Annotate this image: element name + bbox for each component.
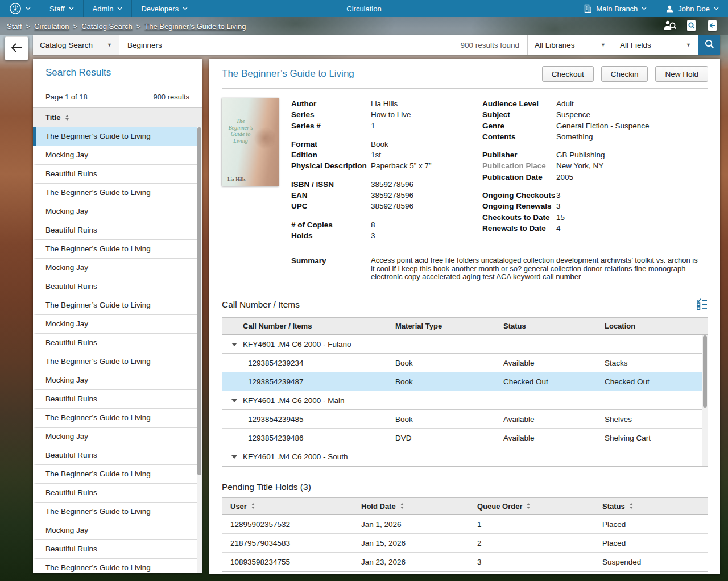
expand-icon[interactable] xyxy=(231,399,237,402)
checkin-icon[interactable] xyxy=(707,19,719,34)
search-result-item[interactable]: Beautiful Ruins xyxy=(33,165,202,184)
checkout-button[interactable]: Checkout xyxy=(542,66,594,82)
detail-row: PublisherGB Publishing xyxy=(482,150,708,160)
back-button[interactable] xyxy=(5,36,28,60)
detail-row: Checkouts to Date15 xyxy=(482,212,708,223)
column-header[interactable]: Hold Date xyxy=(353,502,469,511)
app-logo-menu[interactable] xyxy=(0,0,40,17)
call-number-group-row[interactable]: KFY4601 .M4 C6 2000 - Fulano xyxy=(222,335,708,354)
detail-label: Renewals to Date xyxy=(482,223,556,234)
item-row[interactable]: 1293854239234BookAvailableStacks xyxy=(222,354,708,372)
column-header[interactable]: Status xyxy=(483,322,584,330)
search-result-item[interactable]: Mocking Jay xyxy=(33,259,202,277)
search-input[interactable] xyxy=(119,35,452,55)
search-result-item[interactable]: Beautiful Ruins xyxy=(33,446,202,465)
search-result-item[interactable]: Mocking Jay xyxy=(33,202,202,221)
expand-icon[interactable] xyxy=(231,455,237,459)
detail-label: Publication Place xyxy=(482,160,556,171)
search-result-item[interactable]: Mocking Jay xyxy=(33,521,202,540)
detail-value: 3859278596 xyxy=(371,201,413,211)
call-number-group-row[interactable]: KFY4601 .M4 C6 2000 - South xyxy=(222,447,708,466)
column-header[interactable]: Call Number / Items xyxy=(222,322,375,330)
search-result-item[interactable]: Mocking Jay xyxy=(33,146,202,165)
item-row[interactable]: 1293854239487BookChecked OutChecked Out xyxy=(222,372,708,391)
item-barcode: 1293854239487 xyxy=(222,372,375,391)
scrollbar-thumb[interactable] xyxy=(703,335,707,408)
item-row[interactable]: 1293854239485BookAvailableShelves xyxy=(222,410,708,429)
detail-value: Book xyxy=(371,139,388,150)
search-result-item[interactable]: The Beginner’s Guide to Living xyxy=(33,352,202,371)
search-result-item[interactable]: Mocking Jay xyxy=(33,371,202,390)
item-status: Available xyxy=(483,429,584,447)
search-result-item[interactable]: Beautiful Ruins xyxy=(33,334,202,352)
search-result-item[interactable]: The Beginner’s Guide to Living xyxy=(33,127,202,146)
library-scope-select[interactable]: All Libraries ▼ xyxy=(528,35,613,55)
table-scrollbar[interactable] xyxy=(702,335,708,466)
hold-row[interactable]: 12895902357532Jan 1, 20261Placed xyxy=(222,515,708,534)
pending-holds-table-header: UserHold DateQueue OrderStatus xyxy=(222,498,708,515)
search-result-item[interactable]: Beautiful Ruins xyxy=(33,540,202,559)
detail-row: Series #1 xyxy=(291,121,482,131)
detail-group: PublisherGB PublishingPublication PlaceN… xyxy=(482,150,708,182)
column-header[interactable]: User xyxy=(222,502,353,511)
search-result-item[interactable]: The Beginner’s Guide to Living xyxy=(33,296,202,315)
menu-admin[interactable]: Admin xyxy=(84,0,133,17)
sort-icon xyxy=(65,115,69,121)
search-result-item[interactable]: Mocking Jay xyxy=(33,315,202,334)
chevron-down-icon xyxy=(714,7,719,10)
column-header-label: Material Type xyxy=(395,322,442,330)
detail-group: Ongoing Checkouts3Ongoing Renewals3Check… xyxy=(482,190,708,234)
search-result-item[interactable]: Mocking Jay xyxy=(33,428,202,446)
breadcrumb-item[interactable]: The Beginner’s Guide to Living xyxy=(144,22,246,31)
search-result-item[interactable]: The Beginner’s Guide to Living xyxy=(33,465,202,484)
hold-row[interactable]: 21879579034583Jan 15, 20262Placed xyxy=(222,534,708,553)
detail-group: ISBN / ISSN3859278596EAN3859278596UPC385… xyxy=(291,179,482,212)
user-menu[interactable]: John Doe xyxy=(656,0,728,17)
hold-date: Jan 23, 2026 xyxy=(353,553,469,571)
search-result-item[interactable]: The Beginner’s Guide to Living xyxy=(33,559,202,573)
search-result-item[interactable]: The Beginner’s Guide to Living xyxy=(33,409,202,428)
expand-icon[interactable] xyxy=(231,343,237,346)
detail-value: 8 xyxy=(371,219,375,230)
search-result-item[interactable]: Beautiful Ruins xyxy=(33,221,202,240)
column-header-label: Status xyxy=(503,322,526,330)
menu-staff[interactable]: Staff xyxy=(40,0,84,17)
detail-group: # of Copies8Holds3 xyxy=(291,219,482,242)
hold-date: Jan 1, 2026 xyxy=(353,515,469,534)
patron-search-icon[interactable] xyxy=(663,20,677,32)
detail-row: SeriesHow to Live xyxy=(291,109,482,120)
list-scrollbar[interactable] xyxy=(197,127,202,573)
detail-value: Something xyxy=(556,131,593,142)
new-hold-button[interactable]: New Hold xyxy=(655,66,708,82)
search-type-select[interactable]: Catalog Search ▼ xyxy=(33,35,119,55)
branch-selector[interactable]: Main Branch xyxy=(574,0,656,17)
checkin-button[interactable]: Checkin xyxy=(601,66,648,82)
summary-text: Access point acid free file folders unca… xyxy=(371,256,701,281)
search-result-item[interactable]: The Beginner’s Guide to Living xyxy=(33,184,202,202)
menu-developers[interactable]: Developers xyxy=(132,0,197,17)
call-number-group-row[interactable]: KFY4601 .M4 C6 2000 - Main xyxy=(222,391,708,410)
cover-title-line: Living xyxy=(223,138,258,144)
search-result-item[interactable]: Beautiful Ruins xyxy=(33,277,202,296)
title-column-header[interactable]: Title xyxy=(33,108,202,127)
detail-group: Audience LevelAdultSubjectSuspenceGenreG… xyxy=(482,98,708,142)
chevron-down-icon xyxy=(183,7,188,10)
hold-row[interactable]: 10893598234755Jan 23, 20263Suspended xyxy=(222,553,708,571)
scrollbar-thumb[interactable] xyxy=(197,127,201,475)
item-search-icon[interactable] xyxy=(686,19,698,34)
column-header[interactable]: Queue Order xyxy=(469,502,594,511)
item-material-type: Book xyxy=(375,354,483,372)
column-picker-icon[interactable] xyxy=(696,298,708,312)
search-result-item[interactable]: Beautiful Ruins xyxy=(33,390,202,409)
field-scope-select[interactable]: All Fields ▼ xyxy=(613,35,698,55)
breadcrumb-item[interactable]: Circulation xyxy=(34,22,69,31)
search-result-item[interactable]: Beautiful Ruins xyxy=(33,484,202,503)
column-header[interactable]: Status xyxy=(594,502,708,511)
column-header[interactable]: Location xyxy=(584,322,708,330)
item-row[interactable]: 1293854239486DVDAvailableShelving Cart xyxy=(222,429,708,447)
search-submit-button[interactable] xyxy=(698,35,720,55)
breadcrumb-item[interactable]: Catalog Search xyxy=(81,22,133,31)
search-result-item[interactable]: The Beginner’s Guide to Living xyxy=(33,503,202,521)
column-header[interactable]: Material Type xyxy=(375,322,483,330)
search-result-item[interactable]: The Beginner’s Guide to Living xyxy=(33,240,202,259)
